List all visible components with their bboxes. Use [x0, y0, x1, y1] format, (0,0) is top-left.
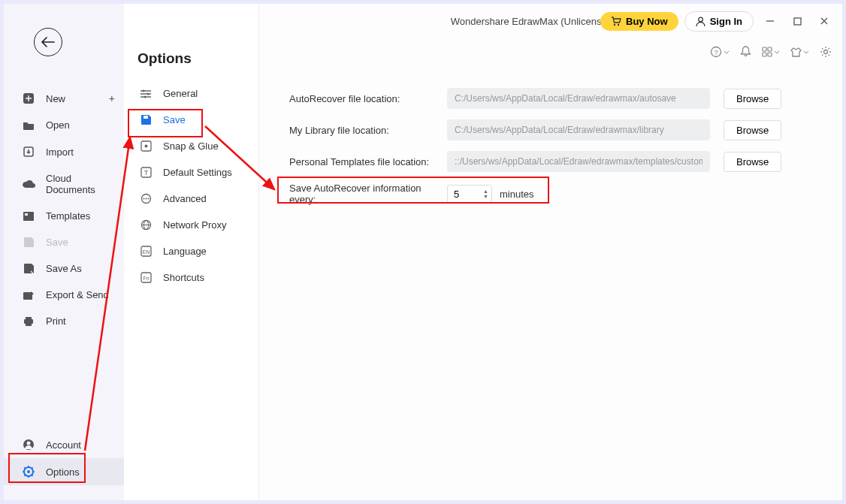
- svg-point-32: [698, 17, 702, 22]
- svg-point-9: [27, 442, 31, 445]
- sidebar-item-import[interactable]: Import: [4, 138, 124, 165]
- templates-location-field[interactable]: [447, 151, 710, 172]
- sidebar-export-label: Export & Send: [46, 289, 109, 300]
- bell-button[interactable]: [740, 46, 751, 58]
- theme-dropdown[interactable]: [790, 47, 809, 58]
- browse-autorecover-button[interactable]: Browse: [724, 89, 781, 109]
- option-shortcuts[interactable]: Fn Shortcuts: [124, 264, 258, 291]
- sidebar-open-label: Open: [46, 119, 70, 131]
- option-save-label: Save: [163, 114, 186, 125]
- sidebar-print-label: Print: [46, 315, 66, 327]
- plus-square-icon: [22, 92, 35, 104]
- signin-button[interactable]: Sign In: [684, 11, 754, 32]
- plus-icon: +: [109, 92, 115, 104]
- spin-down-icon[interactable]: ▼: [483, 194, 488, 199]
- apps-dropdown[interactable]: [762, 47, 780, 57]
- svg-rect-2: [23, 212, 34, 221]
- titlebar: Wondershare EdrawMax (Unlicensed Version…: [259, 4, 842, 38]
- fn-key-icon: Fn: [139, 272, 153, 283]
- import-icon: [22, 146, 35, 158]
- svg-rect-15: [144, 116, 148, 119]
- option-language[interactable]: EN Language: [124, 238, 258, 264]
- svg-text:Fn: Fn: [143, 276, 149, 281]
- sidebar-save-label: Save: [46, 237, 68, 248]
- options-title: Options: [124, 50, 258, 67]
- print-icon: [22, 316, 35, 327]
- option-general-label: General: [163, 88, 198, 99]
- back-button[interactable]: [34, 28, 62, 56]
- svg-rect-38: [763, 53, 766, 56]
- svg-rect-7: [26, 323, 32, 326]
- option-shortcuts-label: Shortcuts: [163, 272, 204, 283]
- sidebar-cloud-label: Cloud Documents: [46, 173, 113, 195]
- option-language-label: Language: [163, 246, 207, 257]
- sidebar-item-options[interactable]: Options: [4, 458, 124, 485]
- settings-button[interactable]: [820, 46, 832, 58]
- account-icon: [22, 439, 35, 451]
- options-sidebar: Options General Save Snap & Glue T Defau…: [124, 4, 259, 500]
- svg-rect-3: [25, 213, 28, 216]
- file-menu-list: New + Open Import Cloud Documents Templa…: [4, 85, 124, 500]
- option-snapglue[interactable]: Snap & Glue: [124, 133, 258, 159]
- library-location-label: My Library file location:: [289, 125, 447, 136]
- sidebar-new-label: New: [46, 93, 65, 104]
- autorecover-location-label: AutoRecover file location:: [289, 93, 447, 104]
- option-default-label: Default Settings: [163, 167, 232, 178]
- autorecover-location-field[interactable]: [447, 88, 710, 109]
- language-icon: EN: [139, 246, 153, 257]
- save-options-panel: AutoRecover file location: Browse My Lib…: [259, 65, 842, 500]
- option-general[interactable]: General: [124, 80, 258, 107]
- templates-location-label: Personal Templates file location:: [289, 156, 447, 167]
- help-dropdown[interactable]: ?: [710, 46, 730, 58]
- svg-rect-37: [768, 47, 772, 51]
- spin-up-icon[interactable]: ▲: [483, 189, 488, 194]
- maximize-button[interactable]: [787, 11, 808, 32]
- chevron-down-icon: [774, 50, 780, 54]
- option-default[interactable]: T Default Settings: [124, 159, 258, 186]
- signin-label: Sign In: [710, 16, 742, 27]
- sidebar-options-label: Options: [46, 466, 80, 478]
- sidebar-item-account[interactable]: Account: [4, 431, 124, 458]
- svg-point-21: [143, 198, 144, 200]
- option-advanced-label: Advanced: [163, 193, 207, 204]
- save-interval-value: 5: [454, 189, 459, 200]
- save-icon: [22, 237, 35, 248]
- svg-point-14: [144, 95, 147, 98]
- minutes-label: minutes: [500, 189, 534, 200]
- sidebar-item-templates[interactable]: Templates: [4, 203, 124, 229]
- option-advanced[interactable]: Advanced: [124, 186, 258, 212]
- dots-icon: [139, 193, 153, 204]
- file-sidebar: New + Open Import Cloud Documents Templa…: [4, 4, 124, 500]
- sidebar-import-label: Import: [46, 146, 74, 158]
- bell-icon: [740, 46, 751, 58]
- app-window: New + Open Import Cloud Documents Templa…: [4, 4, 842, 500]
- close-button[interactable]: [814, 11, 835, 32]
- library-location-field[interactable]: [447, 119, 710, 140]
- sidebar-item-print[interactable]: Print: [4, 308, 124, 334]
- buy-now-button[interactable]: Buy Now: [600, 12, 678, 31]
- secondary-toolbar: ?: [259, 38, 842, 65]
- svg-point-12: [143, 89, 145, 92]
- sidebar-item-open[interactable]: Open: [4, 112, 124, 138]
- svg-rect-6: [26, 317, 32, 319]
- browse-library-button[interactable]: Browse: [724, 120, 781, 140]
- back-arrow-icon: [41, 37, 55, 47]
- chevron-down-icon: [724, 50, 730, 54]
- sidebar-item-export[interactable]: Export & Send: [4, 282, 124, 308]
- option-save[interactable]: Save: [124, 107, 258, 133]
- sidebar-item-new[interactable]: New +: [4, 85, 124, 112]
- sidebar-item-cloud[interactable]: Cloud Documents: [4, 165, 124, 203]
- svg-point-31: [618, 23, 619, 25]
- svg-point-30: [614, 23, 615, 25]
- svg-text:?: ?: [714, 49, 718, 56]
- option-network[interactable]: Network Proxy: [124, 212, 258, 238]
- option-snapglue-label: Snap & Glue: [163, 140, 219, 152]
- chevron-down-icon: [803, 50, 809, 54]
- minimize-button[interactable]: [760, 11, 781, 32]
- browse-templates-button[interactable]: Browse: [724, 152, 781, 172]
- sidebar-saveas-label: Save As: [46, 263, 82, 274]
- sidebar-item-saveas[interactable]: Save As: [4, 255, 124, 282]
- gear-icon: [22, 466, 35, 478]
- svg-point-40: [824, 50, 828, 54]
- save-interval-spinbox[interactable]: 5 ▲▼: [447, 185, 492, 203]
